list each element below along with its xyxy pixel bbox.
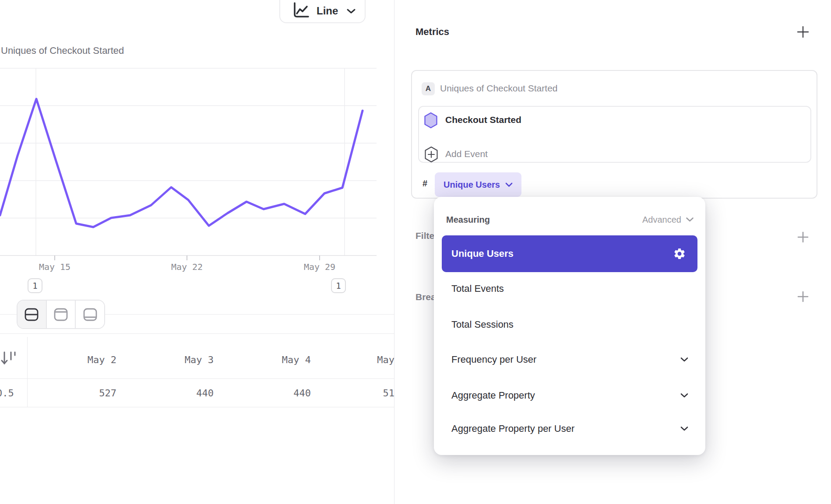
add-metric-button[interactable]: [796, 24, 810, 39]
table-cell: 440: [246, 387, 344, 400]
table-column-divider: [27, 337, 28, 407]
add-breakdown-button[interactable]: [796, 289, 810, 304]
sort-descending-icon[interactable]: [0, 349, 18, 368]
measuring-option-frequency-per-user[interactable]: Frequency per User: [442, 342, 697, 377]
advanced-mode-selector[interactable]: Advanced: [642, 215, 694, 225]
chart-panel: Line Uniques of Checkout Started: [0, 0, 394, 504]
chevron-down-icon: [680, 393, 689, 398]
layout-table-view-button[interactable]: [75, 301, 104, 328]
chevron-down-icon: [346, 8, 356, 14]
metric-series-badge: A: [422, 82, 435, 95]
measuring-option-aggregate-property-per-user[interactable]: Aggregate Property per User: [442, 411, 697, 446]
annotation-badge[interactable]: 1: [331, 278, 346, 293]
add-event-button[interactable]: Add Event: [445, 149, 488, 159]
chart-type-label: Line: [317, 5, 338, 17]
measurement-selector[interactable]: Unique Users: [435, 172, 521, 197]
metric-series-title: Uniques of Checkout Started: [440, 83, 558, 94]
metric-card[interactable]: A Uniques of Checkout Started Checkout S…: [411, 70, 817, 199]
measuring-option-aggregate-property[interactable]: Aggregate Property: [442, 378, 697, 413]
table-column-header[interactable]: May: [344, 354, 394, 367]
event-card: Checkout Started Add Event: [418, 106, 811, 163]
chart-type-button[interactable]: Line: [279, 0, 366, 23]
measurement-value: Unique Users: [444, 180, 500, 190]
gear-icon[interactable]: [673, 247, 686, 260]
layout-chart-view-button[interactable]: [46, 301, 75, 328]
event-hexagon-icon: [424, 112, 438, 129]
measuring-option-total-events[interactable]: Total Events: [442, 271, 697, 306]
table-header-border: [0, 378, 394, 379]
chevron-down-icon: [680, 357, 689, 362]
chart-view-icon: [53, 307, 69, 322]
layout-toggle-group: [17, 300, 105, 329]
table-view-icon: [82, 307, 98, 322]
table-column-header[interactable]: May 3: [149, 354, 246, 367]
chevron-down-icon: [505, 182, 513, 187]
measuring-option-unique-users[interactable]: Unique Users: [442, 235, 697, 272]
layout-split-view-button[interactable]: [18, 301, 46, 328]
advanced-label: Advanced: [642, 215, 681, 225]
line-chart[interactable]: [0, 57, 377, 262]
chevron-down-icon: [686, 217, 694, 222]
x-axis-label: May 15: [28, 262, 81, 272]
table-cell: 527: [52, 387, 149, 400]
table-column-header[interactable]: May 4: [246, 354, 344, 367]
x-axis-label: May 22: [161, 262, 213, 272]
line-chart-icon: [292, 2, 310, 20]
table-column-header[interactable]: May 2: [52, 354, 149, 367]
add-event-hexagon-icon: [424, 146, 438, 163]
chart-x-ticks: [55, 256, 320, 260]
measuring-label: Measuring: [446, 215, 490, 225]
table-cell: 440: [149, 387, 246, 400]
table-row-border: [0, 407, 394, 407]
measure-type-symbol: #: [423, 178, 427, 189]
measuring-dropdown-header: Measuring Advanced: [446, 212, 694, 228]
split-view-icon: [24, 307, 39, 322]
insights-report-page: Line Uniques of Checkout Started: [0, 0, 831, 504]
chevron-down-icon: [680, 426, 689, 431]
annotation-badge[interactable]: 1: [28, 278, 42, 293]
add-filter-button[interactable]: [796, 230, 810, 245]
measuring-option-total-sessions[interactable]: Total Sessions: [442, 307, 697, 342]
metrics-section-title: Metrics: [416, 26, 449, 38]
table-cell: 51: [344, 387, 394, 400]
measuring-dropdown: Measuring Advanced Unique Users Total: [434, 197, 705, 455]
table-row-label: 0.5: [0, 387, 14, 400]
event-name[interactable]: Checkout Started: [445, 115, 521, 125]
chart-title: Uniques of Checkout Started: [1, 45, 124, 56]
chart-line-series: [0, 99, 363, 227]
table-top-border: [0, 333, 394, 334]
query-builder-panel: Metrics A Uniques of Checkout Started Ch…: [394, 0, 831, 504]
x-axis-label: May 29: [293, 262, 346, 272]
